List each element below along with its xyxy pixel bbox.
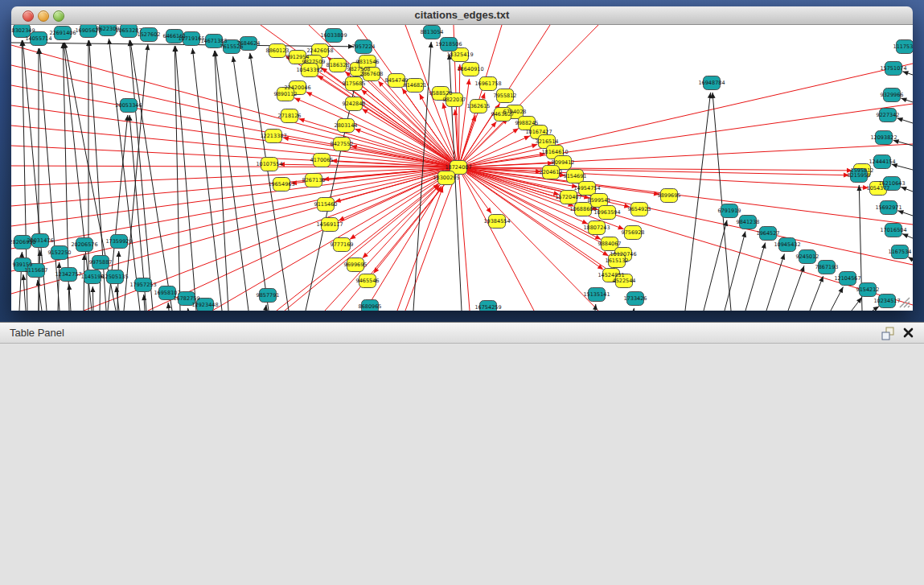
graph-node-label: 1733426 <box>624 295 647 302</box>
graph-node-label: 18807243 <box>583 225 610 231</box>
graph-node-label: 16948784 <box>698 80 725 86</box>
graph-node-label: 9227342 <box>877 112 900 118</box>
graph-edge <box>458 115 475 167</box>
graph-node-label: 15692971 <box>875 204 901 211</box>
graph-edge <box>92 286 93 311</box>
graph-node-label: 15751074 <box>880 65 906 72</box>
graph-edge <box>192 48 222 311</box>
graph-node-label: 9115460 <box>314 201 338 208</box>
graph-node-label: 16961758 <box>474 80 501 87</box>
graph-node-label: 10543392 <box>296 67 322 73</box>
graph-node-label: 1615132 <box>606 257 629 264</box>
graph-node-label: 15135141 <box>583 291 610 298</box>
graph-edge <box>175 46 180 311</box>
graph-node-label: 17016504 <box>880 227 906 233</box>
graph-node-label: 10688609 <box>569 206 596 212</box>
graph-node-label: 18325419 <box>446 51 473 58</box>
graph-node-label: 8860123 <box>266 47 290 54</box>
graph-node-label: 2718126 <box>278 113 302 119</box>
graph-edge <box>355 129 458 167</box>
graph-node-label: 8680965 <box>359 303 382 310</box>
graph-edge <box>901 187 913 192</box>
graph-node-label: 18724007 <box>445 164 471 171</box>
graph-node-label: 10120746 <box>610 251 636 257</box>
graph-node-label: 18640910 <box>457 66 483 72</box>
table-panel-title: Table Panel <box>10 327 64 339</box>
graph-edge <box>84 254 84 311</box>
graph-edge <box>124 44 148 311</box>
graph-edge <box>831 287 843 311</box>
graph-node-label: 9841238 <box>737 219 760 225</box>
graph-node-label: 8215958 <box>848 172 871 179</box>
resize-grip-icon[interactable] <box>897 295 911 309</box>
graph-node-label: 1527602 <box>138 31 161 38</box>
graph-node-label: 14954754 <box>573 185 600 192</box>
graph-node-label: 12213387 <box>260 133 286 139</box>
graph-node-label: 10945432 <box>774 241 800 248</box>
graph-node-label: 1145193 <box>81 274 105 280</box>
graph-node-label: 9884067 <box>598 241 622 247</box>
graph-node-label: 15720407 <box>555 194 581 200</box>
graph-edge <box>458 79 470 167</box>
close-panel-icon[interactable] <box>902 327 914 339</box>
graph-node-label: 8599541 <box>588 197 611 204</box>
graph-node-label: 9146821 <box>404 82 427 89</box>
graph-node-label: 2204612 <box>540 169 563 175</box>
graph-node-label: 16210643 <box>878 180 905 187</box>
graph-edge <box>405 167 458 311</box>
graph-node-label: 2867608 <box>360 71 384 77</box>
graph-node-label: 20053346 <box>115 102 142 109</box>
graph-node-label: 9242848 <box>343 101 366 107</box>
graph-node-label: 9154691 <box>564 173 587 179</box>
graph-node-label: 17957253 <box>129 282 156 288</box>
graph-node-label: 9152250 <box>48 249 72 256</box>
graph-node-label: 2803144 <box>335 122 358 129</box>
window-title: citations_edges.txt <box>11 9 913 21</box>
network-view-canvas[interactable]: 1872400788601238912954224260589827509105… <box>11 25 913 311</box>
graph-edge <box>215 51 228 311</box>
graph-edge <box>901 98 913 102</box>
graph-node-label: 10167427 <box>525 129 552 135</box>
graph-node-label: 18164610 <box>541 149 568 155</box>
edge-arrowhead <box>631 308 636 311</box>
graph-edge <box>685 93 711 311</box>
graph-node-label: 12923448 <box>191 302 218 308</box>
edge-arrowhead <box>187 308 191 311</box>
graph-edge <box>704 220 727 311</box>
graph-edge <box>458 25 598 167</box>
graph-node-label: 8186328 <box>326 62 350 68</box>
graph-edge <box>766 253 784 311</box>
graph-node-label: 16782759 <box>173 295 199 302</box>
graph-node-label: 20031476 <box>27 237 53 244</box>
graph-node-label: 9588520 <box>429 90 453 97</box>
graph-edge <box>897 211 913 216</box>
graph-node-label: 22420046 <box>284 84 310 91</box>
graph-node-label: 22691406 <box>49 30 76 36</box>
graph-node-label: 9777169 <box>331 241 354 248</box>
graph-node-label: 9827509 <box>302 59 326 65</box>
graph-node-label: 1115687 <box>25 267 48 274</box>
network-graph[interactable]: 1872400788601238912954224260589827509105… <box>11 25 913 311</box>
graph-node-label: 9154212 <box>856 286 880 293</box>
graph-edge <box>897 118 913 123</box>
window-titlebar[interactable]: citations_edges.txt <box>11 6 913 25</box>
graph-node-label: 10963594 <box>593 209 620 216</box>
graph-node-label: 8267130 <box>302 177 326 183</box>
graph-node-label: 9465546 <box>356 278 380 284</box>
graph-node-label: 10107554 <box>256 161 282 167</box>
graph-node-label: 1964527 <box>757 230 780 237</box>
graph-node-label: 18302349 <box>11 27 35 34</box>
graph-node-label: 9890112 <box>274 91 298 97</box>
float-window-icon[interactable] <box>881 327 895 340</box>
graph-node-label: 9699695 <box>344 262 368 268</box>
graph-node-label: 22426058 <box>306 47 333 54</box>
graph-edge <box>11 126 458 167</box>
graph-node-label: 6791919 <box>718 208 741 214</box>
table-panel-body: f(x) citations_edges.txt namein_degreeye… <box>0 344 924 585</box>
graph-node-label: 9831546 <box>356 59 380 65</box>
graph-node-label: 9329966 <box>881 92 904 98</box>
graph-edge <box>788 266 804 311</box>
graph-edge <box>810 276 823 311</box>
graph-node-label: 12342757 <box>55 271 81 278</box>
graph-node-label: 12104567 <box>834 275 860 282</box>
